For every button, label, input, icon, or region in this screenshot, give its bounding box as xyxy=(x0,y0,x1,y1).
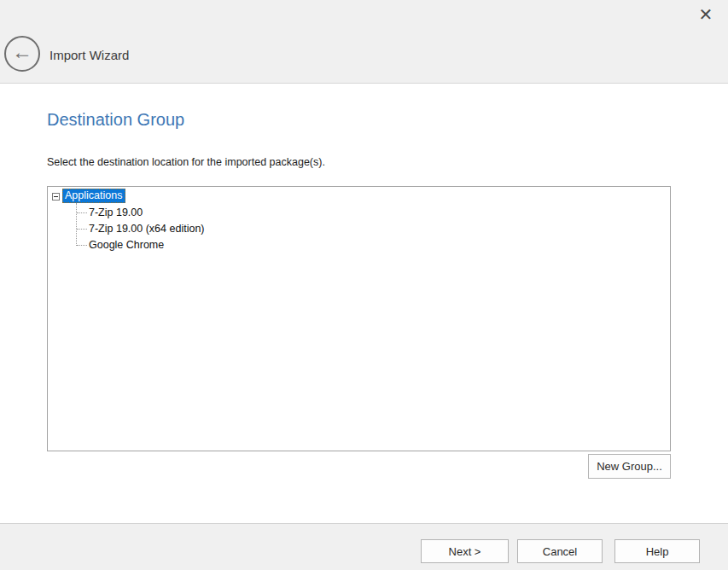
selected-node-label: Applications xyxy=(62,189,125,203)
tree-connector-vertical xyxy=(76,203,77,246)
tree-node-google-chrome[interactable]: Google Chrome xyxy=(89,237,164,253)
cancel-button[interactable]: Cancel xyxy=(517,539,603,563)
tree-node-applications[interactable]: Applications xyxy=(62,189,125,204)
tree-collapse-icon[interactable] xyxy=(52,193,60,201)
tree-connector-stub xyxy=(77,212,87,213)
page-subtitle: Select the destination location for the … xyxy=(47,156,325,168)
destination-tree: Applications 7-Zip 19.00 7-Zip 19.00 (x6… xyxy=(47,186,671,451)
tree-connector-stub xyxy=(77,229,87,230)
help-button[interactable]: Help xyxy=(614,539,700,563)
next-button[interactable]: Next > xyxy=(421,539,509,563)
tree-inner: Applications 7-Zip 19.00 7-Zip 19.00 (x6… xyxy=(48,187,670,451)
wizard-header: ← Import Wizard ✕ xyxy=(0,0,728,84)
new-group-button[interactable]: New Group... xyxy=(588,454,671,479)
close-icon: ✕ xyxy=(699,4,713,25)
page-title: Destination Group xyxy=(47,110,184,130)
tree-connector-stub xyxy=(77,245,87,246)
tree-node-7zip[interactable]: 7-Zip 19.00 xyxy=(89,205,143,220)
close-button[interactable]: ✕ xyxy=(691,2,720,27)
wizard-footer: Next > Cancel Help xyxy=(0,523,728,570)
wizard-title: Import Wizard xyxy=(50,48,129,62)
minus-glyph xyxy=(54,196,58,197)
back-arrow-icon: ← xyxy=(12,42,32,62)
import-wizard-window: ← Import Wizard ✕ Destination Group Sele… xyxy=(0,0,728,570)
tree-node-7zip-x64[interactable]: 7-Zip 19.00 (x64 edition) xyxy=(89,221,205,236)
back-button[interactable]: ← xyxy=(4,36,40,72)
